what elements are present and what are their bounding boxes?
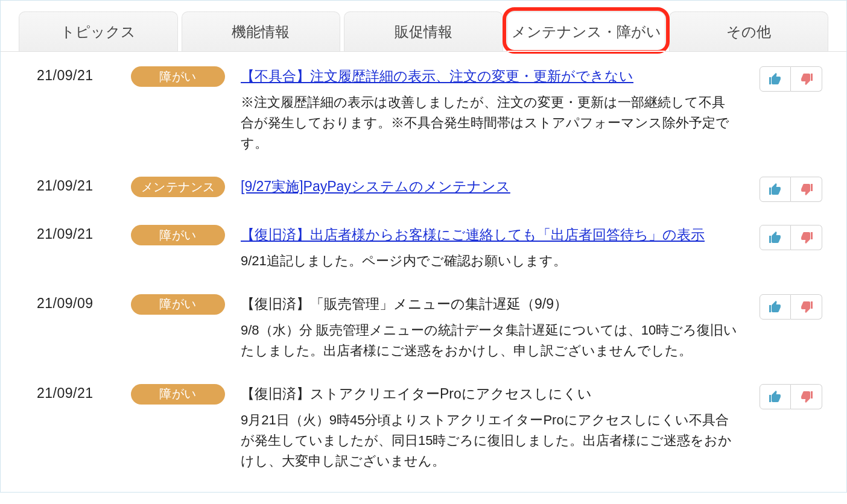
thumbs-down-icon [799, 300, 814, 314]
list-item: 21/09/21 障がい 【復旧済】ストアクリエイターProにアクセスしにくい … [37, 370, 822, 480]
tab-bar: トピックス 機能情報 販促情報 メンテナンス・障がい その他 [1, 1, 846, 52]
item-content: 【不具合】注文履歴詳細の表示、注文の変更・更新ができない ※注文履歴詳細の表示は… [241, 65, 744, 154]
thumbs-down-button[interactable] [791, 177, 822, 202]
status-badge: 障がい [131, 225, 225, 245]
tab-features[interactable]: 機能情報 [182, 11, 341, 51]
tab-promotions[interactable]: 販促情報 [344, 11, 503, 51]
vote-buttons [760, 294, 822, 320]
tab-other[interactable]: その他 [669, 11, 828, 51]
item-date: 21/09/21 [37, 224, 115, 242]
item-title-link[interactable]: 【不具合】注文履歴詳細の表示、注文の変更・更新ができない [241, 68, 633, 84]
item-title: 【復旧済】ストアクリエイターProにアクセスしにくい [241, 386, 592, 402]
thumbs-up-icon [768, 230, 782, 245]
item-description: 9月21日（火）9時45分頃よりストアクリエイターProにアクセスしにくい不具合… [241, 410, 738, 471]
vote-buttons [760, 177, 822, 202]
thumbs-down-icon [799, 72, 814, 86]
item-content: 【復旧済】出店者様からお客様にご連絡しても「出店者回答待ち」の表示 9/21追記… [241, 224, 744, 271]
thumbs-down-button[interactable] [791, 294, 822, 320]
notice-list: 21/09/21 障がい 【不具合】注文履歴詳細の表示、注文の変更・更新ができな… [1, 52, 846, 492]
thumbs-down-icon [799, 230, 814, 245]
list-item: 21/09/21 障がい 【復旧済】出店者様からお客様にご連絡しても「出店者回答… [37, 210, 822, 280]
item-content: 【復旧済】「販売管理」メニューの集計遅延（9/9） 9/8（水）分 販売管理メニ… [241, 293, 744, 361]
item-content: [9/27実施]PayPayシステムのメンテナンス [241, 175, 744, 198]
status-badge: 障がい [131, 294, 225, 315]
item-description: 9/21追記しました。ページ内でご確認お願いします。 [241, 251, 738, 271]
item-title-link[interactable]: 【復旧済】出店者様からお客様にご連絡しても「出店者回答待ち」の表示 [241, 227, 705, 242]
status-badge: メンテナンス [131, 177, 225, 197]
thumbs-up-button[interactable] [760, 294, 791, 320]
list-item: 21/09/21 メンテナンス [9/27実施]PayPayシステムのメンテナン… [37, 162, 822, 210]
vote-buttons [760, 66, 822, 92]
thumbs-up-button[interactable] [760, 225, 791, 250]
thumbs-down-icon [799, 389, 814, 404]
thumbs-up-button[interactable] [760, 177, 791, 202]
tab-maintenance-issues[interactable]: メンテナンス・障がい [507, 11, 666, 51]
thumbs-down-button[interactable] [791, 384, 822, 409]
item-description: ※注文履歴詳細の表示は改善しましたが、注文の変更・更新は一部継続して不具合が発生… [241, 92, 738, 154]
thumbs-up-button[interactable] [760, 66, 791, 92]
notice-panel: トピックス 機能情報 販促情報 メンテナンス・障がい その他 21/09/21 … [0, 0, 847, 493]
item-description: 9/8（水）分 販売管理メニューの統計データ集計遅延については、10時ごろ復旧い… [241, 320, 738, 361]
list-item: 21/09/09 障がい 【復旧済】「販売管理」メニューの集計遅延（9/9） 9… [37, 280, 822, 370]
vote-buttons [760, 225, 822, 250]
item-content: 【復旧済】ストアクリエイターProにアクセスしにくい 9月21日（火）9時45分… [241, 383, 744, 471]
item-title: 【復旧済】「販売管理」メニューの集計遅延（9/9） [241, 296, 568, 312]
item-date: 21/09/21 [37, 65, 115, 84]
item-date: 21/09/21 [37, 175, 115, 194]
thumbs-up-icon [768, 389, 782, 404]
thumbs-up-icon [768, 182, 782, 197]
list-item: 21/09/21 障がい 【不具合】注文履歴詳細の表示、注文の変更・更新ができな… [37, 52, 822, 162]
status-badge: 障がい [131, 66, 225, 87]
item-date: 21/09/21 [37, 383, 115, 402]
thumbs-down-button[interactable] [791, 225, 822, 250]
tab-topics[interactable]: トピックス [19, 11, 178, 51]
thumbs-down-button[interactable] [791, 66, 822, 92]
item-title-link[interactable]: [9/27実施]PayPayシステムのメンテナンス [241, 178, 510, 194]
thumbs-up-icon [768, 300, 782, 314]
thumbs-down-icon [799, 182, 814, 197]
item-date: 21/09/09 [37, 293, 115, 312]
thumbs-up-icon [768, 72, 782, 86]
vote-buttons [760, 384, 822, 409]
thumbs-up-button[interactable] [760, 384, 791, 409]
status-badge: 障がい [131, 384, 225, 405]
